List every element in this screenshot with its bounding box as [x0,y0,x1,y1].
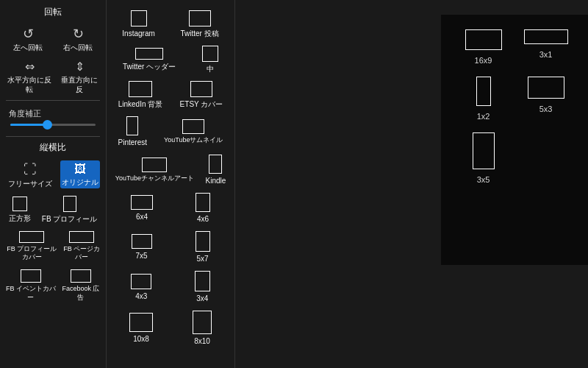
3x5-button[interactable]: 3x5 [456,132,511,184]
angle-section: 角度補正 [3,105,103,132]
10x8-shape [129,313,153,332]
linkedin-button[interactable]: LinkedIn 背景 [117,79,165,110]
16x9-button[interactable]: 16x9 [456,29,511,65]
4x3-shape [131,274,151,289]
slider-thumb[interactable] [43,120,52,130]
5x7-button[interactable]: 5x7 [194,230,212,265]
4x6-button[interactable]: 4x6 [194,191,212,225]
rotate-left-icon: ↺ [23,26,34,43]
square-button[interactable]: 正方形 [7,195,32,224]
kindle-shape [209,155,222,174]
etsy-shape [190,81,212,97]
fb-event-shape [21,269,41,283]
1x2-button[interactable]: 1x2 [456,77,511,121]
flip-h-icon: ⇔ [25,60,35,75]
5x3-button[interactable]: 5x3 [518,77,573,121]
left-panel: 回転 ↺ 左へ回転 ↻ 右へ回転 ⇔ 水平方向に反転 ⇕ 垂直方向に反 角度補正… [0,0,107,368]
8x10-button[interactable]: 8x10 [191,309,213,347]
flip-v-icon: ⇕ [75,60,85,75]
flip-horizontal-button[interactable]: ⇔ 水平方向に反転 [3,58,57,96]
7x5-button[interactable]: 7x5 [130,233,154,262]
instagram-shape [131,10,147,26]
7x5-shape [132,234,152,249]
twitter-post-shape [189,10,211,26]
youtube-thumb-button[interactable]: YouTubeサムネイル [162,118,224,146]
16x9-shape [465,29,502,50]
8x10-shape [193,311,212,334]
4x6-shape [196,193,210,212]
fb-profilecover-button[interactable]: FB プロフィールカバー [3,230,61,263]
5x7-shape [196,231,210,252]
fb-ad-shape [71,269,91,283]
4x3-button[interactable]: 4x3 [129,272,153,302]
5x3-shape [528,77,564,99]
3x1-label: 3x1 [539,50,553,59]
slider-fill [10,124,44,126]
3x4-shape [195,271,210,291]
freesize-icon: ⛶ [24,161,37,178]
3x1-shape [524,29,568,44]
6x4-button[interactable]: 6x4 [129,194,154,223]
3x5-shape [473,132,495,169]
angle-slider[interactable] [10,124,96,126]
fb-profilecover-shape [19,231,44,243]
youtube-channel-shape [142,158,167,172]
twitter-post-button[interactable]: Twitter 投稿 [179,9,220,40]
rotate-section-title: 回転 [3,6,103,18]
square-shape [12,197,27,211]
original-button[interactable]: 🖼 オリジナル [60,160,100,188]
original-icon: 🖼 [74,162,86,177]
angle-label: 角度補正 [9,108,97,119]
pinterest-shape [126,116,138,135]
5x3-label: 5x3 [539,105,553,113]
mid-shape [202,46,218,62]
rotate-right-icon: ↻ [73,26,84,43]
divider-1 [6,100,100,101]
1x2-shape [476,77,491,106]
twitter-header-shape [135,48,163,60]
freesize-button[interactable]: ⛶ フリーサイズ [7,160,54,189]
16x9-label: 16x9 [475,56,492,65]
linkedin-shape [129,81,152,97]
mid-button[interactable]: 中 [201,44,220,75]
youtube-thumb-shape [182,119,204,134]
twitter-header-button[interactable]: Twitter ヘッダー [121,46,177,73]
rotate-left-button[interactable]: ↺ 左へ回転 [12,24,44,54]
right-panel: 16x9 3x1 1x2 5x3 3x5 [441,15,588,265]
fb-profile-shape [63,196,76,212]
middle-panel: Instagram Twitter 投稿 Twitter ヘッダー 中 Link… [107,0,235,368]
6x4-shape [131,195,153,210]
right-grid: 16x9 3x1 1x2 5x3 3x5 [450,24,579,190]
3x4-button[interactable]: 3x4 [193,269,212,305]
instagram-button[interactable]: Instagram [121,9,156,40]
youtube-channel-button[interactable]: YouTubeチャンネルアート [114,156,196,185]
3x1-button[interactable]: 3x1 [518,29,573,65]
rotate-right-button[interactable]: ↻ 右へ回転 [62,24,94,54]
fb-profile-button[interactable]: FB プロフィール [40,194,99,225]
ratio-section-title: 縦横比 [3,141,103,154]
divider-2 [6,136,100,137]
flip-vertical-button[interactable]: ⇕ 垂直方向に反 [57,58,103,96]
etsy-button[interactable]: ETSY カバー [179,79,225,110]
10x8-button[interactable]: 10x8 [128,311,154,345]
pinterest-button[interactable]: Pinterest [117,115,148,149]
1x2-label: 1x2 [477,112,490,121]
3x5-label: 3x5 [477,175,490,184]
kindle-button[interactable]: Kindle [204,153,227,187]
fb-pagecover-button[interactable]: FB ページカバー [61,230,103,263]
spacer [235,0,441,368]
fb-event-button[interactable]: FB イベントカバー [3,268,59,303]
fb-ad-button[interactable]: Facebook 広告 [59,268,103,303]
fb-pagecover-shape [69,231,94,243]
